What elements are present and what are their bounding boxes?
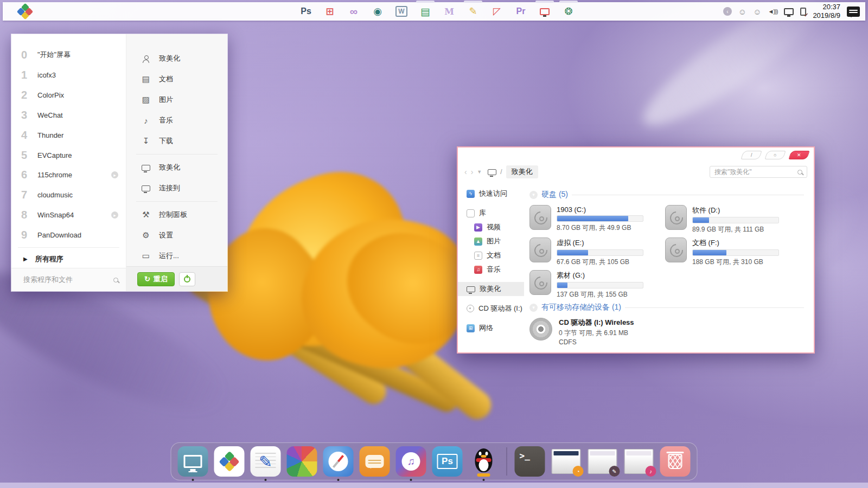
volume-icon[interactable]: ◄)))	[768, 8, 778, 15]
sidebar-library[interactable]: 库	[458, 206, 524, 220]
dock-photos-icon[interactable]	[287, 446, 317, 477]
drive-f[interactable]: 文档 (F:) 188 GB 可用, 共 310 GB	[665, 237, 801, 267]
compass-glyph	[329, 452, 348, 471]
sidebar-quick-access[interactable]: ϟ 快速访问	[458, 187, 524, 201]
sidebar-network[interactable]: ⊞ 网络	[458, 321, 524, 335]
start-place-computer[interactable]: 致美化	[126, 157, 227, 178]
music-icon: ♫	[474, 266, 482, 274]
start-item-cloudmusic[interactable]: 7 cloudmusic	[11, 185, 126, 205]
cd-drive-item[interactable]: CD 驱动器 (I:) Wireless 0 字节 可用, 共 6.91 MB …	[529, 318, 804, 348]
start-place-settings[interactable]: ⚙ 设置	[126, 225, 227, 246]
dock-finder-icon[interactable]	[178, 446, 208, 477]
dock-minimized-window-2[interactable]: ✎	[588, 446, 618, 477]
zhimeihua-logo-icon[interactable]	[18, 4, 32, 18]
start-place-user[interactable]: 致美化	[126, 48, 227, 69]
drive-c[interactable]: 1903 (C:) 8.70 GB 可用, 共 49.9 GB	[529, 205, 665, 234]
drive-d[interactable]: 软件 (D:) 89.9 GB 可用, 共 111 GB	[665, 205, 801, 234]
sidebar-pictures[interactable]: ▲ 图片	[458, 234, 524, 248]
start-item-pandownload[interactable]: 9 PanDownload	[11, 225, 126, 245]
maximize-button[interactable]: ○	[764, 151, 786, 159]
sidebar-documents[interactable]: ≡ 文档	[458, 248, 524, 262]
globe-app-icon[interactable]: ❂	[563, 4, 575, 18]
dock-safari-icon[interactable]	[323, 446, 354, 477]
dock-music-icon[interactable]: ♫	[396, 446, 426, 477]
start-item-label: "开始"屏幕	[37, 50, 118, 60]
usb-device-icon[interactable]	[800, 8, 806, 16]
running-dot	[192, 479, 194, 481]
back-button[interactable]: ‹	[464, 168, 467, 176]
sidebar-videos[interactable]: ▶ 视频	[458, 220, 524, 234]
expand-arrow-icon[interactable]: ▸	[111, 211, 118, 219]
sidebar-music[interactable]: ♫ 音乐	[458, 262, 524, 277]
hdd-icon	[529, 237, 551, 262]
dock-minimized-window-1[interactable]: ◔	[551, 446, 582, 477]
dock-notes-icon[interactable]: ✎	[251, 446, 281, 477]
camera-app-icon[interactable]: ◉	[372, 4, 384, 18]
section-removable[interactable]: ▾ 有可移动存储的设备 (1)	[529, 303, 804, 312]
start-item-evcapture[interactable]: 5 EVCapture	[11, 145, 126, 165]
dock-photoshop-icon[interactable]: Ps	[432, 446, 463, 477]
spreadsheet-icon[interactable]: ▤	[419, 4, 431, 18]
restart-button[interactable]: ↻ 重启	[137, 272, 175, 286]
network-icon[interactable]	[784, 8, 794, 15]
dock-minimized-window-3[interactable]: ♪	[624, 446, 654, 477]
music-note-icon: ♪	[141, 116, 151, 125]
forward-button[interactable]: ›	[471, 168, 474, 176]
dock-zhimeihua-icon[interactable]	[214, 446, 245, 477]
terminal-glyph: >_	[520, 451, 530, 461]
photoshop-icon[interactable]: Ps	[300, 4, 312, 18]
show-hidden-icons-button[interactable]: ‹	[723, 7, 732, 16]
dock-messages-icon[interactable]	[360, 446, 390, 477]
word-icon[interactable]: W	[395, 6, 407, 17]
start-item-icofx3[interactable]: 1 icofx3	[11, 65, 126, 85]
breadcrumb[interactable]: 致美化	[506, 165, 538, 178]
dock-terminal-icon[interactable]: >_	[515, 446, 545, 477]
premiere-icon[interactable]: Pr	[515, 4, 527, 18]
start-place-pictures[interactable]: ▨ 图片	[126, 89, 227, 110]
start-place-control-panel[interactable]: ⚒ 控制面板	[126, 204, 227, 225]
place-label: 致美化	[159, 54, 180, 63]
clock[interactable]: 20:37 2019/8/9	[813, 3, 840, 21]
start-item-thunder[interactable]: 4 Thunder	[11, 125, 126, 145]
remote-app-icon[interactable]: ⊞	[324, 4, 336, 18]
display-app-icon[interactable]	[539, 4, 551, 18]
start-place-connect-to[interactable]: 连接到	[126, 178, 227, 198]
start-place-run[interactable]: ▭ 运行...	[126, 246, 227, 266]
collapse-icon[interactable]: ▾	[529, 191, 538, 199]
drive-info: 8.70 GB 可用, 共 49.9 GB	[557, 223, 643, 233]
drive-g[interactable]: 素材 (G:) 137 GB 可用, 共 155 GB	[529, 270, 665, 299]
dock-trash-icon[interactable]	[660, 446, 691, 477]
sidebar-this-pc[interactable]: 致美化	[458, 282, 524, 296]
crown-app-icon[interactable]: M	[443, 4, 455, 18]
qq-tray-icon[interactable]: ☺	[738, 7, 746, 16]
all-programs-button[interactable]: ▶ 所有程序	[11, 250, 126, 268]
section-disks[interactable]: ▾ 硬盘 (5)	[529, 190, 804, 200]
notification-center-icon[interactable]	[847, 7, 860, 17]
start-place-downloads[interactable]: ↧ 下载	[126, 131, 227, 151]
digit-icon: 8	[21, 209, 37, 221]
start-item-colorpix[interactable]: 2 ColorPix	[11, 85, 126, 105]
minimize-button[interactable]: /	[741, 151, 762, 159]
capture-app-icon[interactable]: ◸	[491, 4, 503, 18]
close-button[interactable]: ✕	[788, 151, 809, 159]
recent-locations-dropdown[interactable]: ▼	[477, 169, 482, 175]
drive-e[interactable]: 虚拟 (E:) 67.6 GB 可用, 共 105 GB	[529, 237, 665, 267]
collapse-icon[interactable]: ▾	[529, 304, 538, 312]
start-item-winsnap64[interactable]: 8 WinSnap64 ▸	[11, 205, 126, 225]
brush-app-icon[interactable]: ✎	[467, 4, 479, 18]
hdd-icon	[665, 205, 687, 230]
start-place-music[interactable]: ♪ 音乐	[126, 110, 227, 131]
sidebar-cd-drive[interactable]: CD 驱动器 (I:)	[458, 301, 524, 316]
qq-tray-icon-2[interactable]: ☺	[753, 7, 761, 16]
start-item-115chrome[interactable]: 6 115chrome ▸	[11, 165, 126, 185]
place-label: 运行...	[159, 251, 179, 261]
dock-qq-icon[interactable]	[469, 446, 499, 477]
power-button[interactable]	[179, 272, 195, 286]
explorer-search-input[interactable]: 搜索"致美化"	[710, 166, 807, 178]
start-search-input[interactable]: 搜索程序和文件	[11, 268, 126, 291]
start-item-wechat[interactable]: 3 WeChat	[11, 105, 126, 125]
infinity-app-icon[interactable]: ∞	[348, 4, 360, 18]
start-item-start-screen[interactable]: 0 "开始"屏幕	[11, 45, 126, 65]
expand-arrow-icon[interactable]: ▸	[111, 171, 118, 178]
start-place-documents[interactable]: ▤ 文档	[126, 69, 227, 89]
